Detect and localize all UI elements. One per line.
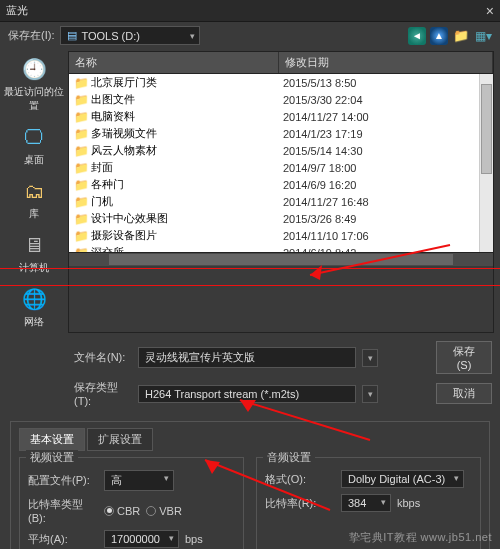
view-mode-icon[interactable]: ▦▾ <box>474 27 492 45</box>
table-row[interactable]: 📁北京展厅门类2015/5/13 8:50 <box>69 74 493 91</box>
new-folder-icon[interactable]: 📁 <box>452 27 470 45</box>
nav-up-icon[interactable]: ▲ <box>430 27 448 45</box>
radio-dot-icon <box>146 506 156 516</box>
recent-icon: 🕘 <box>18 55 50 83</box>
horizontal-scrollbar[interactable] <box>69 252 493 266</box>
avg-bitrate-label: 平均(A): <box>28 532 98 547</box>
table-row[interactable]: 📁风云人物素材2015/5/14 14:30 <box>69 142 493 159</box>
close-icon[interactable]: × <box>486 3 494 19</box>
cancel-button[interactable]: 取消 <box>436 383 492 404</box>
drive-icon: ▤ <box>67 29 77 42</box>
column-name-header[interactable]: 名称 <box>69 52 279 73</box>
scroll-thumb[interactable] <box>481 84 492 174</box>
folder-icon: 📁 <box>73 110 89 124</box>
file-date: 2015/3/30 22:04 <box>283 94 489 106</box>
folder-icon: 📁 <box>73 229 89 243</box>
file-date: 2015/5/13 8:50 <box>283 77 489 89</box>
audio-format-label: 格式(O): <box>265 472 335 487</box>
file-date: 2014/1/23 17:19 <box>283 128 489 140</box>
table-row[interactable]: 📁深交所2014/6/19 8:42 <box>69 244 493 252</box>
filetype-label: 保存类型(T): <box>74 380 132 407</box>
table-row[interactable]: 📁出图文件2015/3/30 22:04 <box>69 91 493 108</box>
table-row[interactable]: 📁摄影设备图片2014/11/10 17:06 <box>69 227 493 244</box>
radio-dot-icon <box>104 506 114 516</box>
file-name: 摄影设备图片 <box>89 228 283 243</box>
table-row[interactable]: 📁封面2014/9/7 18:00 <box>69 159 493 176</box>
table-row[interactable]: 📁门机2014/11/27 16:48 <box>69 193 493 210</box>
video-settings-group: 视频设置 配置文件(P): 高 比特率类型(B): CBR VBR 平均(A):… <box>19 457 244 549</box>
tab-basic[interactable]: 基本设置 <box>19 428 85 451</box>
table-row[interactable]: 📁各种门2014/6/9 16:20 <box>69 176 493 193</box>
folder-icon: 📁 <box>73 161 89 175</box>
location-combo[interactable]: ▤ TOOLS (D:) <box>60 26 200 45</box>
column-date-header[interactable]: 修改日期 <box>279 52 493 73</box>
file-name: 北京展厅门类 <box>89 75 283 90</box>
profile-combo[interactable]: 高 <box>104 470 174 491</box>
save-in-label: 保存在(I): <box>8 28 54 43</box>
folder-icon: 📁 <box>73 195 89 209</box>
folder-icon: 📁 <box>73 93 89 107</box>
file-list[interactable]: 📁北京展厅门类2015/5/13 8:50📁出图文件2015/3/30 22:0… <box>69 74 493 252</box>
sidebar-network[interactable]: 🌐 网络 <box>16 283 52 331</box>
table-row[interactable]: 📁电脑资料2014/11/27 14:00 <box>69 108 493 125</box>
filename-dropdown-icon[interactable]: ▾ <box>362 349 378 367</box>
radio-vbr[interactable]: VBR <box>146 505 182 517</box>
audio-group-title: 音频设置 <box>263 450 315 465</box>
profile-label: 配置文件(P): <box>28 473 98 488</box>
file-name: 多瑞视频文件 <box>89 126 283 141</box>
audio-format-combo[interactable]: Dolby Digital (AC-3) <box>341 470 464 488</box>
bitrate-type-label: 比特率类型(B): <box>28 497 98 524</box>
sidebar-library[interactable]: 🗂 库 <box>16 175 52 223</box>
file-name: 各种门 <box>89 177 283 192</box>
file-date: 2014/6/9 16:20 <box>283 179 489 191</box>
bps-unit: bps <box>185 533 203 545</box>
file-name: 出图文件 <box>89 92 283 107</box>
file-date: 2015/3/26 8:49 <box>283 213 489 225</box>
radio-cbr[interactable]: CBR <box>104 505 140 517</box>
table-row[interactable]: 📁设计中心效果图2015/3/26 8:49 <box>69 210 493 227</box>
filename-input[interactable]: 灵动线视宣传片英文版 <box>138 347 356 368</box>
sidebar-computer[interactable]: 🖥 计算机 <box>16 229 52 277</box>
sidebar-desktop[interactable]: 🖵 桌面 <box>16 121 52 169</box>
library-icon: 🗂 <box>18 177 50 205</box>
folder-icon: 📁 <box>73 212 89 226</box>
computer-icon: 🖥 <box>18 231 50 259</box>
avg-bitrate-combo[interactable]: 17000000 <box>104 530 179 548</box>
file-name: 风云人物素材 <box>89 143 283 158</box>
sidebar-recent[interactable]: 🕘 最近访问的位置 <box>2 53 66 115</box>
window-title: 蓝光 <box>6 3 28 18</box>
file-date: 2014/11/27 14:00 <box>283 111 489 123</box>
filetype-dropdown-icon[interactable]: ▾ <box>362 385 378 403</box>
file-name: 设计中心效果图 <box>89 211 283 226</box>
file-name: 封面 <box>89 160 283 175</box>
video-group-title: 视频设置 <box>26 450 78 465</box>
annotation-line <box>0 285 500 286</box>
filename-label: 文件名(N): <box>74 350 132 365</box>
folder-icon: 📁 <box>73 76 89 90</box>
tab-extended[interactable]: 扩展设置 <box>87 428 153 451</box>
table-row[interactable]: 📁多瑞视频文件2014/1/23 17:19 <box>69 125 493 142</box>
filetype-combo[interactable]: H264 Transport stream (*.m2ts) <box>138 385 356 403</box>
annotation-line <box>0 268 500 269</box>
scroll-thumb[interactable] <box>109 254 453 265</box>
audio-bitrate-label: 比特率(R): <box>265 496 335 511</box>
file-date: 2015/5/14 14:30 <box>283 145 489 157</box>
folder-icon: 📁 <box>73 178 89 192</box>
vertical-scrollbar[interactable] <box>479 74 493 252</box>
location-value: TOOLS (D:) <box>81 30 139 42</box>
file-date: 2014/9/7 18:00 <box>283 162 489 174</box>
folder-icon: 📁 <box>73 127 89 141</box>
save-button[interactable]: 保存(S) <box>436 341 492 374</box>
file-name: 门机 <box>89 194 283 209</box>
sidebar-label: 最近访问的位置 <box>4 85 64 113</box>
file-date: 2014/11/10 17:06 <box>283 230 489 242</box>
nav-back-icon[interactable]: ◄ <box>408 27 426 45</box>
desktop-icon: 🖵 <box>18 123 50 151</box>
kbps-unit: kbps <box>397 497 420 509</box>
sidebar-label: 桌面 <box>24 153 44 167</box>
file-date: 2014/11/27 16:48 <box>283 196 489 208</box>
sidebar-label: 网络 <box>24 315 44 329</box>
file-name: 电脑资料 <box>89 109 283 124</box>
audio-bitrate-combo[interactable]: 384 <box>341 494 391 512</box>
file-name: 深交所 <box>89 245 283 252</box>
